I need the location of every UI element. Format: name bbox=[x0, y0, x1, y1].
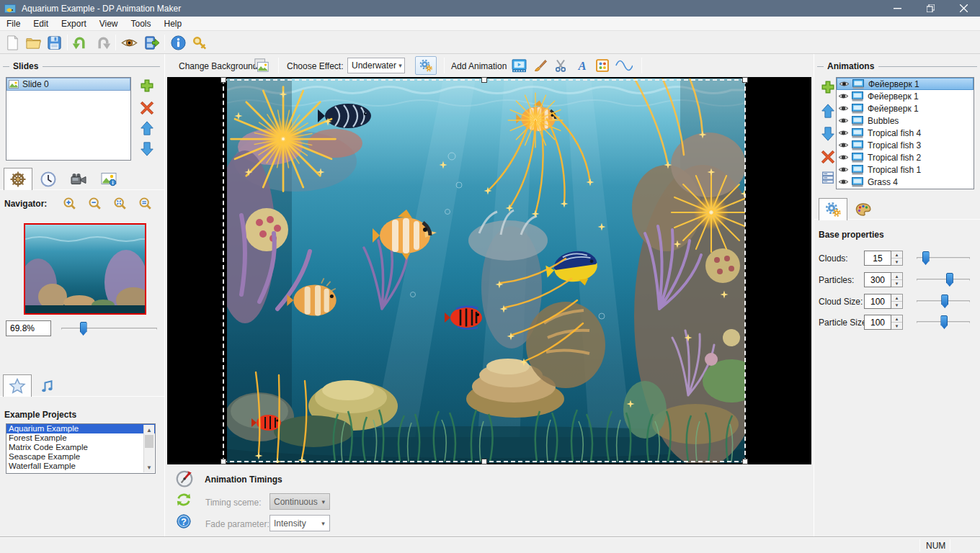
example-projects-list[interactable]: Aquarium Example Forest Example Matrix C… bbox=[6, 423, 156, 474]
zoom-in-button[interactable] bbox=[62, 196, 78, 212]
menu-edit[interactable]: Edit bbox=[27, 17, 55, 30]
animations-list[interactable]: Фейерверк 1 Фейерверк 1 Фейерверк 1 Bubb… bbox=[836, 77, 974, 189]
particles-slider[interactable] bbox=[917, 273, 970, 287]
add-animation-button[interactable] bbox=[820, 79, 836, 95]
navigator-thumbnail[interactable] bbox=[24, 223, 146, 315]
export-video-button[interactable] bbox=[142, 33, 161, 52]
add-text-animation-button[interactable]: A bbox=[574, 58, 591, 73]
scroll-up-icon[interactable]: ▲ bbox=[144, 425, 154, 435]
menu-export[interactable]: Export bbox=[55, 17, 93, 30]
slider-thumb[interactable] bbox=[940, 315, 948, 329]
visibility-eye-icon[interactable] bbox=[838, 104, 849, 113]
zoom-fit-button[interactable] bbox=[112, 196, 128, 212]
fade-parameter-dropdown[interactable]: Intensity ▾ bbox=[270, 515, 330, 531]
visibility-eye-icon[interactable] bbox=[838, 140, 849, 150]
visibility-eye-icon[interactable] bbox=[838, 177, 849, 186]
particle-size-slider[interactable] bbox=[917, 315, 970, 329]
clouds-slider[interactable] bbox=[917, 251, 970, 265]
animation-item[interactable]: Фейерверк 1 bbox=[837, 90, 974, 102]
add-video-animation-button[interactable] bbox=[510, 58, 527, 73]
scroll-down-icon[interactable]: ▼ bbox=[144, 462, 154, 472]
activation-key-button[interactable] bbox=[190, 33, 209, 52]
resize-handle[interactable] bbox=[742, 77, 748, 83]
list-item[interactable]: Seascape Example bbox=[6, 452, 155, 462]
maximize-button[interactable] bbox=[914, 0, 947, 17]
delete-slide-button[interactable] bbox=[139, 100, 155, 116]
animation-item[interactable]: Tropical fish 2 bbox=[837, 151, 974, 163]
particle-size-input[interactable] bbox=[864, 315, 891, 330]
slides-list[interactable]: Slide 0 bbox=[6, 77, 131, 161]
tab-example-projects[interactable] bbox=[3, 374, 32, 397]
visibility-eye-icon[interactable] bbox=[838, 165, 849, 174]
preview-button[interactable] bbox=[120, 33, 138, 52]
add-slide-button[interactable] bbox=[139, 78, 155, 94]
resize-handle[interactable] bbox=[481, 459, 487, 464]
tab-color-properties[interactable] bbox=[849, 199, 878, 220]
resize-handle[interactable] bbox=[220, 77, 226, 83]
tab-slide-properties[interactable] bbox=[4, 168, 32, 190]
zoom-actual-button[interactable] bbox=[138, 196, 153, 212]
slider-thumb[interactable] bbox=[80, 322, 87, 336]
clouds-input[interactable] bbox=[864, 251, 891, 266]
resize-handle[interactable] bbox=[481, 77, 487, 83]
animation-item[interactable]: Tropical fish 4 bbox=[837, 127, 974, 139]
tab-video-capture[interactable] bbox=[64, 168, 93, 189]
particles-spinner[interactable]: ▲▼ bbox=[891, 272, 903, 287]
move-animation-up-button[interactable] bbox=[820, 103, 836, 119]
move-animation-down-button[interactable] bbox=[820, 126, 836, 142]
menu-tools[interactable]: Tools bbox=[125, 17, 158, 30]
move-slide-down-button[interactable] bbox=[139, 141, 155, 157]
zoom-out-button[interactable] bbox=[87, 196, 103, 212]
slider-thumb[interactable] bbox=[922, 251, 930, 265]
tab-base-properties[interactable] bbox=[819, 198, 847, 220]
minimize-button[interactable] bbox=[881, 0, 914, 17]
scrollbar-thumb[interactable] bbox=[145, 435, 153, 448]
change-background-button[interactable] bbox=[252, 57, 271, 74]
effect-settings-button[interactable] bbox=[415, 56, 437, 75]
slider-track[interactable] bbox=[917, 279, 970, 281]
redo-button[interactable] bbox=[93, 33, 112, 52]
tab-slide-timing[interactable] bbox=[34, 168, 63, 189]
menu-view[interactable]: View bbox=[93, 17, 125, 30]
resize-handle[interactable] bbox=[220, 459, 226, 464]
menu-help[interactable]: Help bbox=[158, 17, 189, 30]
particles-input[interactable] bbox=[864, 272, 891, 287]
slider-track[interactable] bbox=[61, 328, 157, 330]
delete-animation-button[interactable] bbox=[820, 149, 836, 165]
open-project-button[interactable] bbox=[24, 33, 43, 52]
slide-item[interactable]: Slide 0 bbox=[6, 78, 130, 91]
scrollbar[interactable]: ▲ ▼ bbox=[143, 425, 154, 472]
animation-item[interactable]: Tropical fish 3 bbox=[837, 139, 974, 151]
resize-handle[interactable] bbox=[742, 459, 748, 464]
choose-effect-dropdown[interactable]: Underwater ▾ bbox=[347, 58, 405, 73]
save-project-button[interactable] bbox=[45, 33, 63, 52]
cloud-size-input[interactable] bbox=[864, 294, 891, 309]
slider-thumb[interactable] bbox=[946, 273, 953, 287]
animation-item[interactable]: Tropical fish 1 bbox=[837, 163, 974, 176]
slider-thumb[interactable] bbox=[941, 295, 948, 308]
visibility-eye-icon[interactable] bbox=[838, 91, 849, 101]
cloud-size-spinner[interactable]: ▲▼ bbox=[891, 294, 903, 309]
animation-list-button[interactable] bbox=[820, 169, 836, 185]
info-button[interactable] bbox=[169, 33, 187, 52]
selection-marquee[interactable] bbox=[223, 79, 746, 462]
visibility-eye-icon[interactable] bbox=[839, 79, 850, 89]
list-item[interactable]: Waterfall Example bbox=[6, 462, 155, 471]
preview-canvas[interactable] bbox=[167, 77, 811, 464]
clouds-spinner[interactable]: ▲▼ bbox=[891, 251, 903, 266]
close-button[interactable] bbox=[947, 0, 980, 17]
particle-size-spinner[interactable]: ▲▼ bbox=[891, 315, 903, 330]
zoom-value-field[interactable] bbox=[6, 320, 51, 336]
menu-file[interactable]: File bbox=[0, 17, 27, 30]
add-sprite-animation-button[interactable] bbox=[594, 58, 611, 73]
list-item[interactable]: Aquarium Example bbox=[6, 424, 155, 433]
animation-item[interactable]: Grass 4 bbox=[837, 176, 974, 188]
animation-item[interactable]: Bubbles bbox=[837, 114, 974, 127]
move-slide-up-button[interactable] bbox=[139, 120, 155, 136]
cloud-size-slider[interactable] bbox=[917, 295, 970, 308]
navigator-zoom-slider[interactable] bbox=[61, 322, 157, 336]
add-brush-animation-button[interactable] bbox=[532, 58, 549, 73]
add-wave-animation-button[interactable] bbox=[615, 58, 633, 73]
tab-music[interactable] bbox=[33, 375, 62, 396]
new-file-button[interactable] bbox=[3, 33, 22, 52]
